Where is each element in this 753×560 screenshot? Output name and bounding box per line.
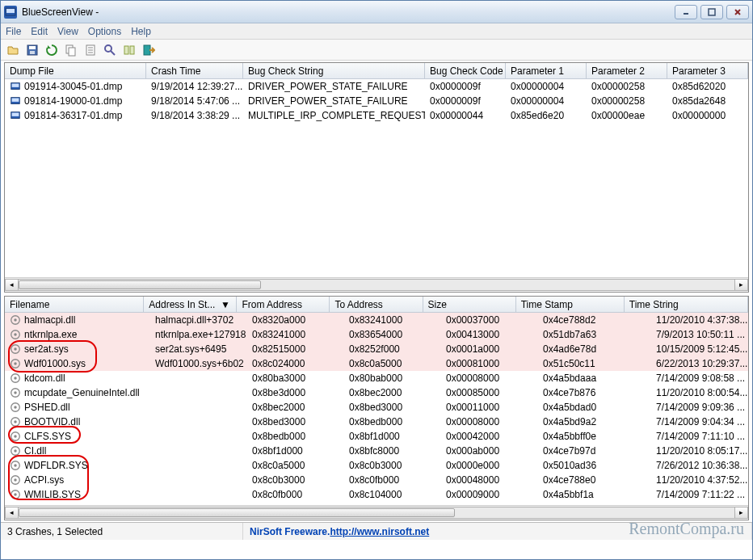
table-row[interactable]: PSHED.dll0x8bec20000x8bed30000x000110000…: [5, 400, 748, 415]
cell-bug: DRIVER_POWER_STATE_FAILURE: [243, 81, 425, 92]
svg-point-39: [14, 406, 17, 410]
scroll-track[interactable]: [19, 279, 734, 291]
menu-help[interactable]: Help: [131, 26, 151, 37]
svg-point-51: [14, 494, 17, 497]
svg-rect-23: [12, 99, 19, 102]
scroll-track[interactable]: [19, 507, 734, 519]
scroll-thumb[interactable]: [19, 280, 261, 289]
svg-rect-7: [29, 46, 36, 49]
copy-icon[interactable]: [64, 43, 78, 57]
column-header[interactable]: Bug Check Code: [425, 63, 506, 78]
maximize-button[interactable]: [700, 5, 723, 19]
svg-point-45: [14, 450, 17, 453]
column-header[interactable]: Address In St... ▼: [144, 297, 237, 312]
svg-point-33: [14, 363, 17, 366]
driver-icon: [10, 431, 21, 442]
table-row[interactable]: WMILIB.SYS0x8c0fb0000x8c1040000x00009000…: [5, 487, 748, 502]
table-row[interactable]: ser2at.sysser2at.sys+64950x825150000x825…: [5, 342, 748, 356]
column-header[interactable]: Crash Time: [146, 63, 243, 78]
scroll-right-icon[interactable]: ▸: [734, 279, 748, 291]
crash-list-pane: Dump FileCrash TimeBug Check StringBug C…: [4, 62, 749, 293]
column-header[interactable]: From Address: [237, 297, 330, 312]
menu-file[interactable]: File: [6, 26, 21, 37]
svg-point-31: [14, 348, 17, 352]
cell-tstr: 6/22/2013 10:29:37...: [651, 358, 748, 369]
column-header[interactable]: To Address: [330, 297, 423, 312]
cell-to: 0x8bf1d000: [344, 431, 441, 442]
menu-options[interactable]: Options: [88, 26, 121, 37]
nirsoft-link[interactable]: http://www.nirsoft.net: [330, 526, 429, 537]
cell-from: 0x8c024000: [247, 358, 344, 369]
column-header[interactable]: Parameter 3: [667, 63, 748, 78]
table-row[interactable]: WDFLDR.SYS0x8c0a50000x8c0b30000x0000e000…: [5, 458, 748, 473]
cell-from: 0x8c0b3000: [247, 474, 344, 486]
exit-icon[interactable]: [141, 43, 156, 57]
options-icon[interactable]: [122, 43, 137, 57]
driver-list-body[interactable]: halmacpi.dllhalmacpi.dll+37020x8320a0000…: [5, 313, 748, 505]
table-row[interactable]: 091814-36317-01.dmp9/18/2014 3:38:29 ...…: [5, 108, 748, 123]
column-header[interactable]: Parameter 2: [587, 63, 667, 78]
cell-crash: 9/19/2014 12:39:27...: [146, 81, 243, 92]
column-header[interactable]: Bug Check String: [243, 63, 425, 78]
crash-list-body[interactable]: 091914-30045-01.dmp9/19/2014 12:39:27...…: [5, 79, 748, 277]
crash-list-header: Dump FileCrash TimeBug Check StringBug C…: [5, 63, 748, 79]
cell-to: 0x8252f000: [344, 343, 441, 355]
save-icon[interactable]: [25, 43, 40, 57]
table-row[interactable]: CI.dll0x8bf1d0000x8bfc80000x000ab0000x4c…: [5, 444, 748, 458]
table-row[interactable]: ntkrnlpa.exentkrnlpa.exe+1279180x8324100…: [5, 327, 748, 342]
titlebar[interactable]: BlueScreenView -: [1, 1, 752, 23]
cell-to: 0x83654000: [344, 329, 441, 340]
scroll-left-icon[interactable]: ◂: [5, 507, 19, 519]
cell-fn: BOOTVID.dll: [5, 416, 150, 428]
scroll-right-icon[interactable]: ▸: [734, 507, 748, 519]
cell-from: 0x8be3d000: [247, 387, 344, 398]
cell-size: 0x000ab000: [441, 445, 538, 457]
table-row[interactable]: kdcom.dll0x80ba30000x80bab0000x000080000…: [5, 371, 748, 385]
cell-size: 0x00037000: [441, 314, 538, 326]
column-header[interactable]: Filename: [5, 297, 144, 312]
cell-size: 0x00042000: [441, 431, 538, 442]
table-row[interactable]: 091814-19000-01.dmp9/18/2014 5:47:06 ...…: [5, 94, 748, 108]
cell-addr: ser2at.sys+6495: [150, 343, 247, 355]
crash-list-hscroll[interactable]: ◂ ▸: [5, 277, 748, 291]
svg-point-41: [14, 421, 17, 424]
table-row[interactable]: Wdf01000.sysWdf01000.sys+6b020x8c0240000…: [5, 356, 748, 371]
cell-fn: CI.dll: [5, 445, 150, 457]
svg-point-15: [105, 45, 111, 52]
cell-size: 0x00048000: [441, 474, 538, 486]
svg-rect-17: [124, 46, 128, 54]
table-row[interactable]: ACPI.sys0x8c0b30000x8c0fb0000x000480000x…: [5, 473, 748, 487]
column-header[interactable]: Time Stamp: [516, 297, 625, 312]
table-row[interactable]: BOOTVID.dll0x8bed30000x8bedb0000x0000800…: [5, 415, 748, 429]
cell-to: 0x8c0b3000: [344, 460, 441, 471]
driver-icon: [10, 373, 21, 384]
table-row[interactable]: CLFS.SYS0x8bedb0000x8bf1d0000x000420000x…: [5, 429, 748, 444]
cell-fn: halmacpi.dll: [5, 314, 150, 326]
menu-edit[interactable]: Edit: [31, 26, 48, 37]
scroll-left-icon[interactable]: ◂: [5, 279, 19, 291]
column-header[interactable]: Dump File: [5, 63, 146, 78]
cell-tstr: 7/14/2009 7:11:10 ...: [651, 431, 748, 442]
column-header[interactable]: Time String: [625, 297, 748, 312]
svg-rect-3: [709, 9, 715, 15]
cell-size: 0x00011000: [441, 402, 538, 413]
column-header[interactable]: Size: [423, 297, 516, 312]
table-row[interactable]: halmacpi.dllhalmacpi.dll+37020x8320a0000…: [5, 313, 748, 327]
cell-crash: 9/18/2014 5:47:06 ...: [146, 95, 243, 107]
props-icon[interactable]: [83, 43, 98, 57]
table-row[interactable]: mcupdate_GenuineIntel.dll0x8be3d0000x8be…: [5, 385, 748, 400]
menu-view[interactable]: View: [57, 26, 78, 37]
svg-rect-10: [69, 48, 75, 56]
refresh-icon[interactable]: [44, 43, 59, 57]
open-icon[interactable]: [6, 43, 20, 57]
svg-rect-21: [12, 84, 19, 87]
scroll-thumb[interactable]: [19, 508, 455, 517]
cell-bug: MULTIPLE_IRP_COMPLETE_REQUESTS: [243, 110, 425, 121]
driver-list-hscroll[interactable]: ◂ ▸: [5, 505, 748, 519]
find-icon[interactable]: [103, 43, 117, 57]
close-button[interactable]: [726, 5, 749, 19]
column-header[interactable]: Parameter 1: [506, 63, 587, 78]
status-right: NirSoft Freeware. http://www.nirsoft.net: [243, 523, 752, 540]
minimize-button[interactable]: [675, 5, 697, 19]
table-row[interactable]: 091914-30045-01.dmp9/19/2014 12:39:27...…: [5, 79, 748, 94]
